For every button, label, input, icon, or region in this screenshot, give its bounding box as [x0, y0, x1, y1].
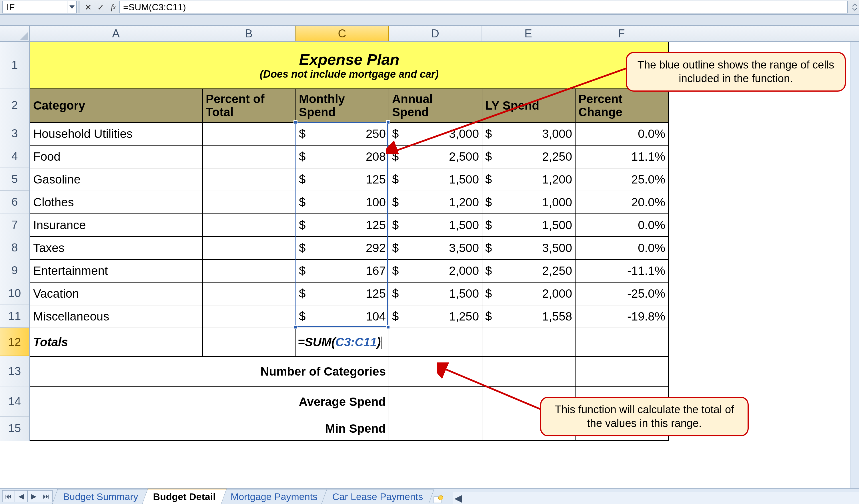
row-head-4[interactable]: 4: [0, 145, 29, 168]
cell-D8[interactable]: $3,500: [389, 237, 482, 259]
cell-D6[interactable]: $1,200: [389, 191, 482, 214]
cell-B10[interactable]: [202, 282, 296, 305]
header-F[interactable]: PercentChange: [575, 89, 668, 123]
header-E[interactable]: LY Spend: [482, 89, 575, 123]
cell-B6[interactable]: [202, 191, 296, 214]
cell-F3[interactable]: 0.0%: [575, 123, 668, 145]
cell-E12[interactable]: [482, 328, 575, 357]
cell-E11[interactable]: $1,558: [482, 305, 575, 328]
cell-F5[interactable]: 25.0%: [575, 168, 668, 191]
split-handle[interactable]: [78, 1, 80, 13]
cell-F7[interactable]: 0.0%: [575, 214, 668, 237]
row-head-8[interactable]: 8: [0, 236, 29, 259]
cell-A11[interactable]: Miscellaneous: [30, 305, 202, 328]
row-head-2[interactable]: 2: [0, 89, 29, 122]
cell-C8[interactable]: $292: [296, 237, 389, 259]
col-head-G[interactable]: [668, 26, 728, 41]
insert-function-button[interactable]: fx: [107, 1, 119, 13]
cell-C12[interactable]: =SUM(C3:C11): [296, 328, 389, 357]
col-head-C[interactable]: C: [296, 26, 389, 41]
cell-C9[interactable]: $167: [296, 259, 389, 282]
header-D[interactable]: AnnualSpend: [389, 89, 482, 123]
cell-A10[interactable]: Vacation: [30, 282, 202, 305]
sheet-tab[interactable]: Budget Summary: [52, 489, 149, 504]
row-head-7[interactable]: 7: [0, 214, 29, 236]
cell-C3[interactable]: $250: [296, 123, 389, 145]
header-C[interactable]: MonthlySpend: [296, 89, 389, 123]
cell-C4[interactable]: $208: [296, 145, 389, 168]
header-A[interactable]: Category: [30, 89, 202, 123]
row-head-6[interactable]: 6: [0, 191, 29, 214]
formula-input[interactable]: =SUM(C3:C11): [119, 1, 847, 13]
enter-button[interactable]: ✓: [94, 1, 107, 13]
cell-B5[interactable]: [202, 168, 296, 191]
col-head-B[interactable]: B: [202, 26, 296, 41]
cell-F6[interactable]: 20.0%: [575, 191, 668, 214]
cell-E13[interactable]: [482, 357, 575, 387]
range-handle[interactable]: [386, 120, 390, 124]
cell-B12[interactable]: [202, 328, 296, 357]
name-box[interactable]: IF: [2, 1, 77, 13]
row-head-5[interactable]: 5: [0, 168, 29, 191]
name-box-dropdown[interactable]: [67, 1, 76, 13]
cell-C7[interactable]: $125: [296, 214, 389, 237]
cell-B9[interactable]: [202, 259, 296, 282]
cell-E4[interactable]: $2,250: [482, 145, 575, 168]
cell-A8[interactable]: Taxes: [30, 237, 202, 259]
cell-F13[interactable]: [575, 357, 668, 387]
cell-D7[interactable]: $1,500: [389, 214, 482, 237]
sheet-tab[interactable]: Car Lease Payments: [321, 489, 434, 504]
cell-D12[interactable]: [389, 328, 482, 357]
cell-F9[interactable]: -11.1%: [575, 259, 668, 282]
cell-D13[interactable]: [389, 357, 482, 387]
cell-F10[interactable]: -25.0%: [575, 282, 668, 305]
new-sheet-button[interactable]: [430, 495, 447, 504]
cell-B7[interactable]: [202, 214, 296, 237]
cell-A5[interactable]: Gasoline: [30, 168, 202, 191]
cell-D11[interactable]: $1,250: [389, 305, 482, 328]
row-head-13[interactable]: 13: [0, 356, 29, 387]
header-B[interactable]: Percent ofTotal: [202, 89, 296, 123]
cell-D15[interactable]: [389, 417, 482, 440]
cell-C11[interactable]: $104: [296, 305, 389, 328]
scroll-left-button[interactable]: ◀: [453, 492, 463, 504]
tab-next-button[interactable]: ▶: [27, 490, 40, 502]
cell-C5[interactable]: $125: [296, 168, 389, 191]
cell-B4[interactable]: [202, 145, 296, 168]
cell-F11[interactable]: -19.8%: [575, 305, 668, 328]
label-row-15[interactable]: Min Spend: [30, 417, 389, 440]
col-head-D[interactable]: D: [389, 26, 482, 41]
cell-D3[interactable]: $3,000: [389, 123, 482, 145]
horizontal-scrollbar[interactable]: ◀: [453, 492, 859, 504]
select-all-cell[interactable]: [0, 26, 30, 41]
cell-F12[interactable]: [575, 328, 668, 357]
tab-last-button[interactable]: ⏭: [40, 490, 52, 502]
cell-D4[interactable]: $2,500: [389, 145, 482, 168]
range-handle[interactable]: [293, 120, 298, 124]
range-handle[interactable]: [293, 325, 298, 329]
title-cell[interactable]: Expense Plan(Does not include mortgage a…: [30, 42, 668, 89]
row-head-1[interactable]: 1: [0, 42, 29, 89]
cell-F4[interactable]: 11.1%: [575, 145, 668, 168]
cell-A9[interactable]: Entertainment: [30, 259, 202, 282]
cell-B11[interactable]: [202, 305, 296, 328]
row-head-10[interactable]: 10: [0, 282, 29, 305]
col-head-E[interactable]: E: [482, 26, 575, 41]
cell-B8[interactable]: [202, 237, 296, 259]
range-handle[interactable]: [386, 325, 390, 329]
col-head-F[interactable]: F: [575, 26, 668, 41]
row-head-12[interactable]: 12: [0, 328, 29, 356]
row-head-3[interactable]: 3: [0, 122, 29, 145]
expand-formula-bar[interactable]: [850, 1, 859, 13]
cell-E8[interactable]: $3,500: [482, 237, 575, 259]
row-head-9[interactable]: 9: [0, 259, 29, 282]
cell-A6[interactable]: Clothes: [30, 191, 202, 214]
cell-D9[interactable]: $2,000: [389, 259, 482, 282]
cancel-button[interactable]: ✕: [82, 1, 94, 13]
cell-A3[interactable]: Household Utilities: [30, 123, 202, 145]
cell-E10[interactable]: $2,000: [482, 282, 575, 305]
col-head-A[interactable]: A: [30, 26, 202, 41]
row-head-11[interactable]: 11: [0, 305, 29, 328]
tab-prev-button[interactable]: ◀: [15, 490, 27, 502]
cell-A7[interactable]: Insurance: [30, 214, 202, 237]
